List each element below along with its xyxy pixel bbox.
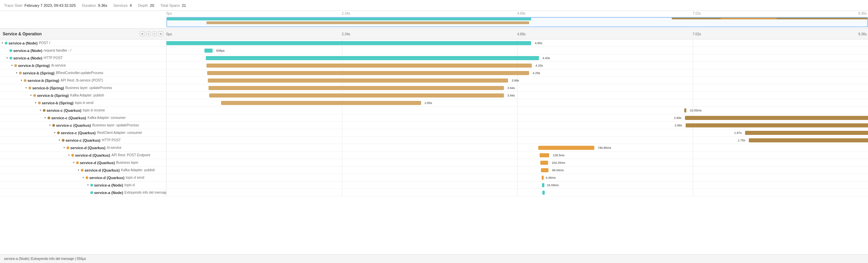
services-value: 4: [130, 3, 132, 7]
nav-next2-button[interactable]: »: [158, 31, 163, 36]
nav-prev2-button[interactable]: «: [140, 31, 145, 36]
timeline-col-15: 128.5ms: [166, 152, 868, 159]
timeline-col-18: 4.46ms: [166, 174, 868, 181]
expand-btn-9[interactable]: ▾: [38, 108, 43, 113]
service-dot-17: [81, 169, 84, 172]
service-name-2: service-a (Node): [13, 56, 42, 60]
duration-value: 9.36s: [98, 3, 107, 7]
grid-line: [693, 54, 693, 62]
expand-btn-15[interactable]: ▾: [67, 153, 71, 158]
op-name-13: HTTP POST: [102, 138, 121, 142]
expand-btn-3[interactable]: ▾: [10, 63, 14, 68]
grid-line: [517, 92, 518, 99]
expand-btn-5[interactable]: ▾: [19, 78, 24, 83]
trace-row: ▾service-d (Quarkus)topic-d send4.46ms: [0, 174, 868, 181]
expand-btn-7[interactable]: ▾: [29, 93, 33, 98]
grid-line: [517, 152, 518, 159]
expand-btn-18[interactable]: ▾: [81, 175, 86, 180]
expand-btn-13[interactable]: ▾: [57, 138, 62, 143]
timeline-col-20: [166, 189, 868, 196]
timeline-col-9: 10.05ms: [166, 107, 868, 114]
grid-line: [517, 159, 518, 166]
service-name-15: service-d (Quarkus): [75, 153, 110, 157]
trace-row: ▾service-d (Quarkus)Business layer104.25…: [0, 159, 868, 166]
grid-line: [693, 92, 693, 99]
service-col-8: ▾service-b (Spring)topic-b send: [0, 99, 166, 106]
expand-btn-2[interactable]: ▾: [5, 56, 10, 60]
grid-line: [342, 122, 342, 129]
grid-line: [342, 129, 342, 136]
tl-tick-3: 7.02s: [693, 32, 701, 36]
grid-line: [517, 129, 518, 136]
duration-label-12: 1.87s: [734, 131, 742, 135]
trace-row: ▾service-c (Quarkus)RestClient Adapter: …: [0, 129, 868, 137]
nav-next-button[interactable]: ›: [152, 31, 157, 36]
service-dot-11: [52, 124, 55, 127]
grid-line: [693, 84, 693, 91]
service-name-17: service-d (Quarkus): [85, 168, 120, 172]
expand-btn-19[interactable]: ▾: [86, 183, 90, 188]
mini-tick-3: 7.02s: [693, 12, 701, 15]
expand-btn-10[interactable]: ▾: [43, 116, 48, 120]
span-bar-0: [166, 41, 531, 45]
service-col-6: ▾service-b (Spring)Business layer: updat…: [0, 84, 166, 91]
grid-line: [517, 114, 518, 121]
span-bar-8: [221, 101, 421, 105]
expand-btn-6[interactable]: ▾: [24, 86, 29, 90]
trace-row: ▾service-c (Quarkus)HTTP POST1.75s: [0, 137, 868, 144]
service-name-7: service-b (Spring): [37, 93, 69, 98]
expand-btn-16[interactable]: ▾: [71, 160, 76, 165]
trace-start-value: February 7 2023, 09:43:32.025: [24, 3, 76, 7]
grid-line: [342, 144, 342, 151]
service-col-14: ▾service-d (Quarkus)/d-service: [0, 144, 166, 151]
expand-btn-8[interactable]: ▾: [33, 101, 38, 105]
expand-btn-14[interactable]: ▾: [62, 145, 67, 150]
grid-line: [517, 174, 518, 181]
grid-line: [517, 84, 518, 91]
service-col-17: ▾service-d (Quarkus)Kafka Adapter: publi…: [0, 166, 166, 174]
timeline-col-12: 1.87s: [166, 129, 868, 136]
header-service-label: Service & Operation: [3, 32, 138, 36]
duration-label-11: 2.68s: [674, 124, 682, 127]
service-col-13: ▾service-c (Quarkus)HTTP POST: [0, 137, 166, 144]
expand-btn-4[interactable]: ▾: [14, 71, 19, 75]
duration-label-15: 128.5ms: [553, 154, 565, 157]
op-name-6: Business layer: updateProcess: [66, 86, 112, 90]
service-name-14: service-d (Quarkus): [70, 146, 105, 150]
expand-btn-11[interactable]: ▾: [48, 123, 52, 128]
nav-prev-button[interactable]: ‹: [146, 31, 151, 36]
op-name-10: Kafka Adapter: consumer: [88, 116, 126, 120]
timeline-col-4: 4.29s: [166, 69, 868, 76]
op-name-16: Business layer: [116, 161, 138, 164]
total-spans-value: 21: [182, 3, 186, 7]
service-col-7: ▾service-b (Spring)Kafka Adapter: publis…: [0, 92, 166, 99]
timeline-col-13: 1.75s: [166, 137, 868, 144]
grid-line: [342, 47, 342, 54]
grid-line: [342, 166, 342, 174]
duration-label-7: 3.94s: [507, 94, 515, 97]
op-name-20: Extrayendo info del mensaje: [125, 191, 166, 194]
grid-line: [693, 47, 693, 54]
trace-row: ▾service-b (Spring)BRestController.updat…: [0, 69, 868, 77]
duration-label-17: 99.04ms: [552, 169, 564, 172]
trace-row: ▾service-b (Spring)Kafka Adapter: publis…: [0, 92, 868, 99]
span-bar-15: [540, 153, 549, 157]
trace-start-label: Trace Start: [4, 3, 22, 7]
op-name-4: BRestController.updateProcess: [56, 71, 104, 75]
service-col-19: ▾service-a (Node)topic-d: [0, 181, 166, 189]
service-name-9: service-c (Quarkus): [47, 108, 82, 112]
expand-btn-12[interactable]: ▾: [52, 130, 57, 135]
expand-btn-0[interactable]: ▾: [0, 41, 5, 46]
expand-btn-17[interactable]: ▾: [76, 168, 81, 173]
trace-row: ▾service-b (Spring)/b-service4.33s: [0, 62, 868, 69]
duration-label-6: 3.94s: [507, 86, 515, 90]
header-timeline-col: 0µs 2.34s 4.68s 7.02s 9.36s: [166, 29, 868, 39]
mini-viewport[interactable]: [166, 17, 868, 27]
service-col-10: ▾service-c (Quarkus)Kafka Adapter: consu…: [0, 114, 166, 121]
service-dot-0: [5, 42, 7, 45]
duration-label-3: 4.33s: [536, 64, 543, 67]
grid-line: [517, 122, 518, 129]
service-name-18: service-d (Quarkus): [89, 176, 124, 180]
grid-line: [693, 152, 693, 159]
timeline-col-7: 3.94s: [166, 92, 868, 99]
